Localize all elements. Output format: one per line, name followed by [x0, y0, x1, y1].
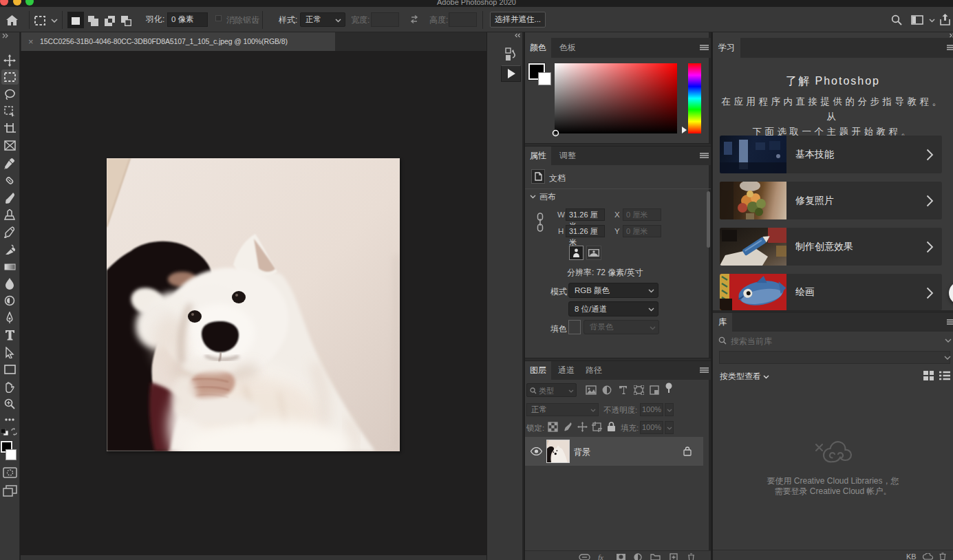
svg-text:fx: fx [598, 554, 603, 560]
